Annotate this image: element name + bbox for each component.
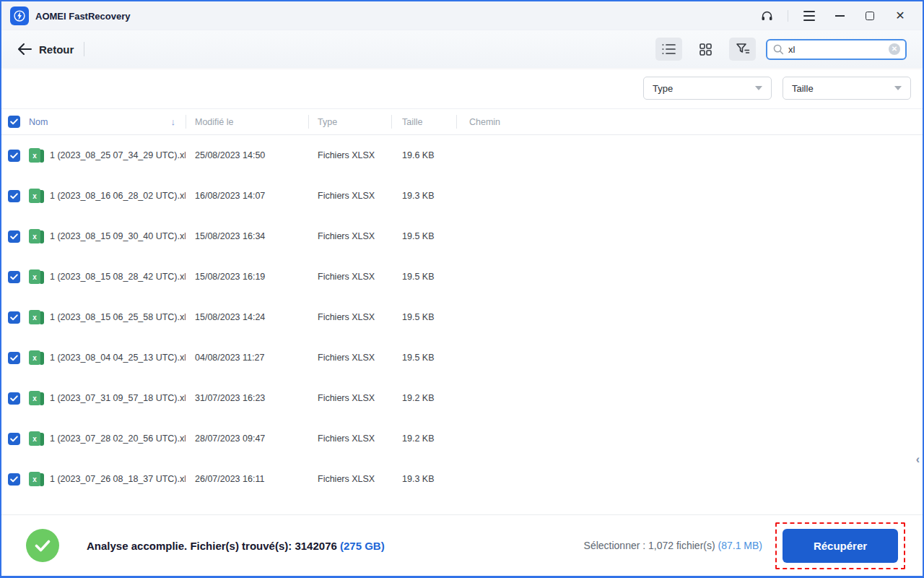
table-row[interactable]: x 1 (2023_08_15 06_25_58 UTC).xlsx 15/08…	[1, 297, 923, 337]
file-size: 19.5 KB	[391, 231, 456, 241]
table-row[interactable]: x 1 (2023_07_26 08_18_37 UTC).xlsx 26/07…	[1, 459, 923, 499]
toolbar: Retour	[1, 30, 923, 68]
file-type: Fichiers XLSX	[308, 272, 391, 282]
file-type: Fichiers XLSX	[308, 353, 391, 363]
search-icon	[773, 44, 784, 55]
row-checkbox[interactable]	[8, 473, 20, 486]
file-list: x 1 (2023_08_25 07_34_29 UTC).xlsx 25/08…	[1, 135, 923, 514]
selection-count-label: Sélectionner : 1,072 fichier(s)	[584, 540, 715, 551]
file-type: Fichiers XLSX	[308, 393, 391, 403]
column-divider	[456, 115, 457, 129]
selection-size: (87.1 MB)	[718, 540, 762, 551]
type-filter-label: Type	[653, 83, 755, 94]
sort-descending-icon[interactable]: ↓	[171, 116, 176, 127]
recover-button-highlight: Récupérer	[775, 522, 905, 569]
row-checkbox[interactable]	[8, 150, 20, 162]
titlebar-separator	[788, 10, 788, 22]
filter-button[interactable]	[729, 38, 756, 61]
excel-file-icon: x	[29, 391, 44, 405]
table-row[interactable]: x 1 (2023_08_04 04_25_13 UTC).xlsx 04/08…	[1, 337, 923, 378]
file-size: 19.5 KB	[391, 353, 456, 363]
scan-result-label: Analyse accomplie. Fichier(s) trouvé(s):…	[87, 540, 337, 552]
support-headset-icon[interactable]	[754, 5, 779, 27]
recover-button[interactable]: Récupérer	[783, 529, 898, 563]
row-checkbox[interactable]	[8, 311, 20, 324]
file-modified-date: 31/07/2023 16:23	[186, 393, 308, 403]
column-header-modified-label: Modifié le	[195, 117, 234, 127]
file-size: 19.6 KB	[391, 150, 456, 160]
back-arrow-icon	[17, 43, 32, 55]
minimize-button[interactable]	[827, 5, 852, 27]
table-row[interactable]: x 1 (2023_08_25 07_34_29 UTC).xlsx 25/08…	[1, 135, 923, 176]
scan-total-size: (275 GB)	[340, 540, 385, 552]
clear-search-icon[interactable]: ✕	[889, 43, 900, 55]
table-row[interactable]: x 1 (2023_08_15 09_30_40 UTC).xlsx 15/08…	[1, 216, 923, 256]
file-name: 1 (2023_08_25 07_34_29 UTC).xlsx	[50, 150, 186, 160]
column-divider	[186, 115, 186, 129]
file-modified-date: 15/08/2023 16:34	[186, 231, 308, 241]
column-header-type[interactable]: Type	[308, 109, 391, 134]
column-header-name[interactable]: Nom	[29, 117, 48, 127]
excel-file-icon: x	[29, 472, 44, 486]
close-button[interactable]: ✕	[888, 5, 912, 27]
excel-file-icon: x	[29, 310, 44, 324]
excel-file-icon: x	[29, 431, 44, 446]
file-size: 19.3 KB	[391, 474, 456, 484]
column-header-modified[interactable]: Modifié le	[186, 109, 308, 134]
file-modified-date: 26/07/2023 16:11	[186, 474, 308, 484]
list-view-icon	[662, 43, 676, 55]
file-modified-date: 04/08/2023 11:27	[186, 353, 308, 363]
list-view-button[interactable]	[655, 38, 682, 61]
file-name: 1 (2023_08_15 08_28_42 UTC).xlsx	[50, 272, 186, 282]
size-filter-label: Taille	[792, 83, 894, 94]
back-button[interactable]: Retour	[17, 43, 74, 56]
row-checkbox[interactable]	[8, 271, 20, 283]
row-checkbox[interactable]	[8, 392, 20, 405]
toolbar-separator	[84, 42, 84, 56]
column-header-path[interactable]: Chemin	[456, 109, 923, 134]
column-header-size[interactable]: Taille	[391, 109, 456, 134]
menu-icon[interactable]	[797, 5, 821, 27]
file-type: Fichiers XLSX	[308, 474, 391, 484]
table-header: Nom ↓ Modifié le Type Taille Chemin	[1, 108, 923, 135]
table-row[interactable]: x 1 (2023_07_31 09_57_18 UTC).xlsx 31/07…	[1, 378, 923, 418]
row-checkbox[interactable]	[8, 230, 20, 243]
excel-file-icon: x	[29, 350, 44, 365]
size-filter-select[interactable]: Taille	[783, 77, 911, 100]
row-checkbox[interactable]	[8, 190, 20, 202]
table-row[interactable]: x 1 (2023_08_16 06_28_02 UTC).xlsx 16/08…	[1, 176, 923, 216]
column-header-path-label: Chemin	[469, 117, 500, 127]
table-row[interactable]: x 1 (2023_07_28 02_20_56 UTC).xlsx 28/07…	[1, 418, 923, 459]
excel-file-icon: x	[29, 229, 44, 243]
file-name: 1 (2023_08_16 06_28_02 UTC).xlsx	[50, 191, 186, 201]
app-logo-icon	[10, 7, 29, 25]
selection-summary: Sélectionner : 1,072 fichier(s) (87.1 MB…	[584, 540, 762, 551]
file-modified-date: 28/07/2023 09:47	[186, 434, 308, 444]
file-name: 1 (2023_08_15 06_25_58 UTC).xlsx	[50, 312, 186, 322]
search-input[interactable]: xl ✕	[766, 39, 907, 60]
file-size: 19.2 KB	[391, 393, 456, 403]
chevron-down-icon	[755, 86, 762, 90]
file-name: 1 (2023_07_31 09_57_18 UTC).xlsx	[50, 393, 186, 403]
column-header-size-label: Taille	[402, 117, 423, 127]
maximize-button[interactable]	[858, 5, 882, 27]
collapse-panel-handle[interactable]: ‹	[916, 454, 920, 465]
row-checkbox[interactable]	[8, 433, 20, 445]
file-size: 19.2 KB	[391, 434, 456, 444]
file-type: Fichiers XLSX	[308, 312, 391, 322]
status-bar: Analyse accomplie. Fichier(s) trouvé(s):…	[1, 514, 923, 576]
file-modified-date: 15/08/2023 16:19	[186, 272, 308, 282]
file-name: 1 (2023_07_28 02_20_56 UTC).xlsx	[50, 434, 186, 444]
filter-bar: Type Taille	[1, 68, 923, 108]
type-filter-select[interactable]: Type	[643, 77, 772, 100]
grid-view-button[interactable]	[692, 38, 719, 61]
file-name: 1 (2023_07_26 08_18_37 UTC).xlsx	[50, 474, 186, 484]
row-checkbox[interactable]	[8, 352, 20, 364]
app-window: AOMEI FastRecovery ✕ Retour	[0, 0, 924, 578]
file-size: 19.5 KB	[391, 312, 456, 322]
select-all-checkbox[interactable]	[8, 116, 20, 128]
excel-file-icon: x	[29, 148, 44, 163]
table-row[interactable]: x 1 (2023_08_15 08_28_42 UTC).xlsx 15/08…	[1, 256, 923, 297]
chevron-down-icon	[894, 86, 902, 90]
back-label: Retour	[39, 43, 74, 56]
